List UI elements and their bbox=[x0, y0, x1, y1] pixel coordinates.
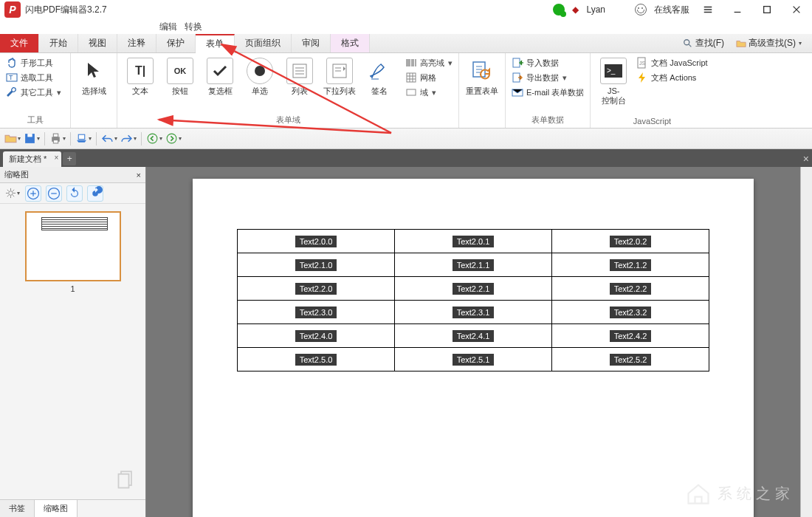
cell-label: Text2.0.1 bbox=[453, 236, 495, 247]
house-icon bbox=[685, 480, 712, 507]
sign-field-button[interactable]: 签名 bbox=[361, 56, 398, 97]
tab-protect[interactable]: 保护 bbox=[156, 34, 196, 52]
open-button[interactable]: ▾ bbox=[4, 131, 21, 146]
dropdown-field-button[interactable]: 下拉列表 bbox=[321, 56, 358, 97]
form-cell[interactable]: Text2.3.2 bbox=[552, 301, 709, 324]
svg-point-1 bbox=[684, 39, 689, 44]
panel-options[interactable]: ▾ bbox=[4, 185, 21, 202]
scan-button[interactable]: ▾ bbox=[75, 131, 92, 146]
field-menu[interactable]: 域▾ bbox=[404, 86, 454, 99]
form-cell[interactable]: Text2.4.2 bbox=[552, 324, 709, 348]
select-field-button[interactable]: 选择域 bbox=[75, 56, 112, 97]
form-cell[interactable]: Text2.2.1 bbox=[395, 277, 552, 301]
undo-icon bbox=[101, 132, 114, 145]
submenu-convert[interactable]: 转换 bbox=[185, 21, 202, 33]
tab-file[interactable]: 文件 bbox=[0, 34, 39, 52]
button-field-button[interactable]: OK按钮 bbox=[162, 56, 199, 97]
form-cell[interactable]: Text2.1.1 bbox=[395, 253, 552, 277]
close-tab-icon[interactable]: × bbox=[55, 154, 59, 162]
js-console-button[interactable]: >_ JS- 控制台 bbox=[595, 56, 632, 106]
rotate-cw[interactable] bbox=[87, 185, 103, 202]
form-cell[interactable]: Text2.1.2 bbox=[552, 253, 709, 277]
form-cell[interactable]: Text2.2.0 bbox=[238, 277, 395, 301]
form-cell[interactable]: Text2.0.0 bbox=[238, 230, 395, 253]
menu-button[interactable] bbox=[697, 1, 719, 18]
save-button[interactable]: ▾ bbox=[24, 131, 40, 146]
print-button[interactable]: ▾ bbox=[49, 131, 66, 146]
import-icon bbox=[512, 57, 523, 69]
email-data[interactable]: E-mail 表单数据 bbox=[510, 86, 585, 99]
advanced-find-button[interactable]: 高级查找(S)▾ bbox=[732, 35, 806, 51]
maximize-button[interactable] bbox=[756, 1, 778, 18]
form-cell[interactable]: Text2.2.2 bbox=[552, 277, 709, 301]
rotate-left-icon bbox=[67, 186, 82, 201]
form-cell[interactable]: Text2.3.1 bbox=[395, 301, 552, 324]
cell-label: Text2.1.1 bbox=[453, 259, 495, 271]
tab-view[interactable]: 视图 bbox=[78, 34, 117, 52]
highlight-field[interactable]: 高亮域▾ bbox=[404, 56, 454, 69]
zoom-in-thumb[interactable] bbox=[25, 185, 41, 202]
tab-page-org[interactable]: 页面组织 bbox=[235, 34, 292, 52]
select-tool[interactable]: T 选取工具 bbox=[4, 71, 63, 84]
tab-review[interactable]: 审阅 bbox=[292, 34, 331, 52]
form-cell[interactable]: Text2.4.0 bbox=[238, 324, 395, 348]
form-cell[interactable]: Text2.1.0 bbox=[238, 253, 395, 277]
find-label: 查找(F) bbox=[695, 37, 724, 49]
export-data[interactable]: 导出数据▾ bbox=[510, 71, 585, 84]
redo-button[interactable]: ▾ bbox=[120, 131, 137, 146]
other-tools[interactable]: 其它工具▾ bbox=[4, 86, 63, 99]
tab-comment[interactable]: 注释 bbox=[117, 34, 156, 52]
redo-icon bbox=[120, 132, 133, 145]
close-all-tabs[interactable]: × bbox=[803, 153, 809, 165]
save-icon bbox=[24, 132, 36, 145]
text-field-button[interactable]: T|文本 bbox=[122, 56, 159, 97]
online-support[interactable]: 在线客服 bbox=[654, 4, 689, 16]
minimize-button[interactable] bbox=[726, 1, 749, 18]
vertical-scrollbar[interactable] bbox=[800, 167, 812, 517]
form-cell[interactable]: Text2.5.2 bbox=[552, 348, 709, 372]
cursor-icon bbox=[83, 61, 104, 81]
undo-button[interactable]: ▾ bbox=[101, 131, 117, 146]
tab-home[interactable]: 开始 bbox=[39, 34, 78, 52]
prev-button[interactable]: ▾ bbox=[146, 131, 162, 146]
title-bar: P 闪电PDF编辑器3.2.7 ◆ Lyan 在线客服 bbox=[0, 0, 812, 19]
grid-icon bbox=[405, 72, 417, 83]
cell-label: Text2.2.0 bbox=[295, 283, 337, 295]
svg-text:JS: JS bbox=[639, 61, 646, 66]
form-cell[interactable]: Text2.3.0 bbox=[238, 301, 395, 324]
form-cell[interactable]: Text2.4.1 bbox=[395, 324, 552, 348]
next-button[interactable]: ▾ bbox=[165, 131, 182, 146]
panel-close-icon[interactable]: × bbox=[137, 171, 141, 179]
zoom-out-thumb[interactable] bbox=[46, 185, 62, 202]
form-cell[interactable]: Text2.0.2 bbox=[552, 230, 709, 253]
wechat-icon[interactable] bbox=[553, 4, 565, 16]
form-cell[interactable]: Text2.5.0 bbox=[238, 348, 395, 372]
form-cell[interactable]: Text2.5.1 bbox=[395, 348, 552, 372]
bookmarks-tab[interactable]: 书签 bbox=[0, 500, 35, 517]
form-cell[interactable]: Text2.0.1 bbox=[395, 230, 552, 253]
grid-toggle[interactable]: 网格 bbox=[404, 71, 454, 84]
doc-js[interactable]: JS文档 JavaScript bbox=[635, 56, 709, 69]
canvas-scroll[interactable]: Text2.0.0Text2.0.1Text2.0.2Text2.1.0Text… bbox=[146, 167, 800, 517]
smile-icon[interactable] bbox=[635, 4, 647, 16]
tab-format[interactable]: 格式 bbox=[331, 34, 370, 52]
rotate-ccw[interactable] bbox=[66, 185, 83, 202]
document-tab[interactable]: 新建文档 * × bbox=[3, 151, 61, 167]
doc-actions[interactable]: 文档 Actions bbox=[635, 71, 709, 84]
submenu-edit[interactable]: 编辑 bbox=[159, 21, 177, 33]
reset-form-button[interactable]: 重置表单 bbox=[464, 56, 500, 97]
tab-form[interactable]: 表单 bbox=[196, 34, 235, 53]
barcode-icon bbox=[405, 57, 417, 69]
thumbnails-tab[interactable]: 缩略图 bbox=[35, 500, 78, 517]
page-thumbnail[interactable] bbox=[25, 211, 121, 281]
hand-tool[interactable]: 手形工具 bbox=[4, 56, 63, 69]
import-data[interactable]: 导入数据 bbox=[510, 56, 585, 69]
hand-icon bbox=[6, 57, 18, 69]
radio-field-button[interactable]: 单选 bbox=[241, 56, 278, 97]
find-button[interactable]: 查找(F) bbox=[678, 35, 729, 51]
text-select-icon: T bbox=[6, 72, 18, 83]
add-tab-button[interactable]: + bbox=[63, 152, 76, 165]
list-field-button[interactable]: 列表 bbox=[281, 56, 318, 97]
close-button[interactable] bbox=[785, 1, 808, 18]
checkbox-field-button[interactable]: 复选框 bbox=[202, 56, 238, 97]
